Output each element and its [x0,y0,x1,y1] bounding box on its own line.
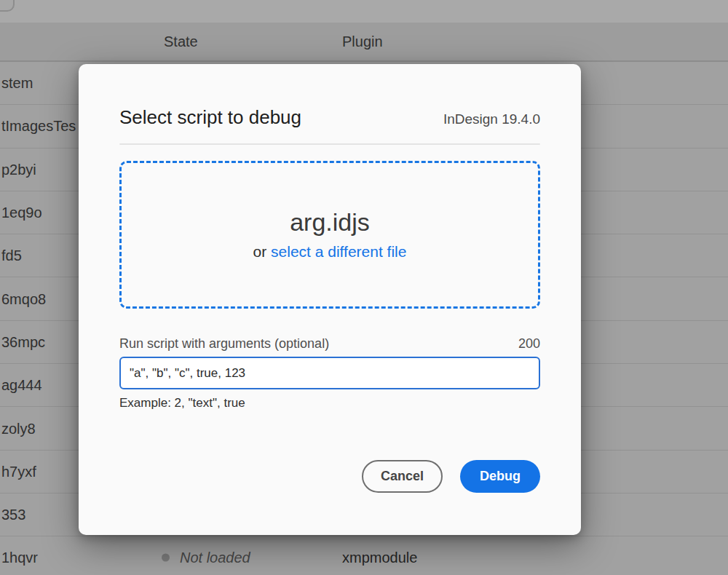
script-dropzone[interactable]: arg.idjs or select a different file [119,161,540,309]
column-header-plugin: Plugin [342,33,383,50]
toolbar-button-corner [0,0,15,12]
select-script-dialog: Select script to debug InDesign 19.4.0 a… [79,64,581,535]
module-id: 1eq9o [1,205,42,221]
arguments-label: Run script with arguments (optional) [119,336,329,352]
app-version-label: InDesign 19.4.0 [443,111,540,127]
plugins-table-header: State Plugin [0,23,728,62]
module-id: p2byi [1,161,36,178]
column-header-state: State [164,33,198,50]
dropzone-subtext: or select a different file [253,243,407,261]
module-id: 36mpc [1,333,45,350]
module-id: tImagesTes [1,118,76,135]
arguments-input[interactable] [119,357,540,389]
table-row: 1hqvrNot loadedxmpmodule [0,536,728,575]
selected-script-filename: arg.idjs [290,209,370,236]
module-id: ag444 [1,377,42,394]
dialog-buttons: Cancel Debug [119,460,540,493]
select-different-file-link[interactable]: select a different file [271,243,406,260]
module-id: 353 [1,507,25,523]
dialog-title: Select script to debug [119,108,301,127]
arguments-example: Example: 2, "text", true [119,396,540,411]
module-id: h7yxf [1,463,36,480]
arguments-label-row: Run script with arguments (optional) 200 [119,336,540,352]
debug-button[interactable]: Debug [460,460,540,493]
cancel-button[interactable]: Cancel [362,460,443,493]
status-dot-icon [162,554,170,562]
module-id: zoly8 [1,420,36,437]
window-top-strip [0,0,728,23]
title-divider [119,143,540,145]
state-text: Not loaded [180,550,250,566]
or-text: or [253,243,272,260]
dialog-header: Select script to debug InDesign 19.4.0 [119,64,540,127]
module-id: 6mqo8 [1,290,46,307]
module-id: stem [1,75,33,92]
plugin-cell: xmpmodule [342,550,417,566]
char-count: 200 [518,336,540,352]
state-cell: Not loaded [162,550,250,566]
module-id: fd5 [1,247,22,264]
module-id: 1hqvr [1,550,38,566]
